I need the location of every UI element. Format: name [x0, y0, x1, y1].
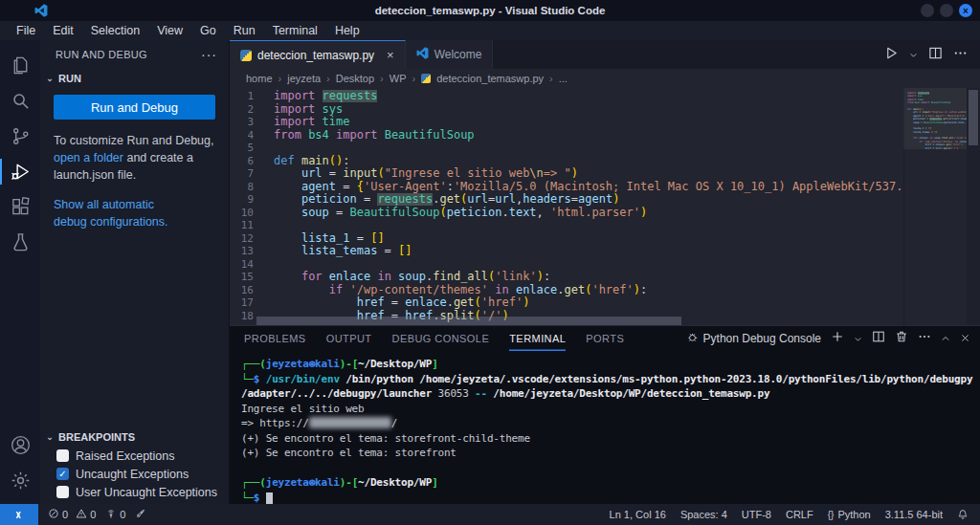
- terminal-line[interactable]: ┌──(jeyzeta⊛kali)-[~/Desktop/WP]: [241, 475, 980, 491]
- code-line[interactable]: 13 lista_temas = []: [230, 245, 903, 258]
- tab-welcome[interactable]: Welcome: [406, 40, 494, 69]
- breakpoint-item-user-uncaught-exceptions[interactable]: User Uncaught Exceptions: [40, 483, 229, 501]
- tab-deteccion-temaswp-py[interactable]: deteccion_temaswp.py×: [230, 40, 406, 69]
- menu-help[interactable]: Help: [326, 24, 368, 37]
- menu-file[interactable]: File: [8, 24, 44, 37]
- panel-tab-debug-console[interactable]: DEBUG CONSOLE: [392, 326, 490, 351]
- run-and-debug-icon[interactable]: [0, 154, 40, 189]
- terminal-line[interactable]: Ingrese el sitio web: [241, 402, 980, 417]
- close-tab-icon[interactable]: ×: [387, 48, 394, 62]
- code-lines[interactable]: 1import requests2import sys3import time4…: [230, 88, 903, 325]
- open-folder-link[interactable]: open a folder: [54, 151, 123, 164]
- run-python-file-icon[interactable]: [884, 46, 899, 64]
- code-line[interactable]: 12 lista_1 = []: [230, 232, 903, 246]
- terminal-line[interactable]: (+) Se encontro el tema: storefront-chil…: [241, 431, 980, 447]
- checkbox[interactable]: [56, 449, 69, 462]
- terminal-output[interactable]: ┌──(jeyzeta⊛kali)-[~/Desktop/WP]└─$ /usr…: [230, 351, 980, 504]
- breadcrumb-item-desktop[interactable]: Desktop: [336, 73, 374, 84]
- new-terminal-icon[interactable]: [831, 330, 844, 347]
- terminal-profile[interactable]: Python Debug Console: [686, 331, 821, 346]
- code-line[interactable]: 17 href = enlace.get('href'): [230, 296, 903, 310]
- account-icon[interactable]: [0, 427, 40, 463]
- breakpoint-item-raised-exceptions[interactable]: Raised Exceptions: [40, 447, 229, 465]
- code-line[interactable]: 14: [230, 258, 903, 272]
- terminal-line[interactable]: (+) Se encontro el tema: storefront: [241, 446, 980, 461]
- vertical-scrollbar[interactable]: [967, 88, 980, 325]
- settings-icon[interactable]: [0, 463, 40, 498]
- more-actions-icon[interactable]: [953, 46, 968, 64]
- terminal-line[interactable]: ┌──(jeyzeta⊛kali)-[~/Desktop/WP]: [241, 357, 980, 372]
- code-line[interactable]: 16 if '/wp-content/themes' in enlace.get…: [230, 284, 903, 297]
- code-line[interactable]: 10 soup = BeautifulSoup(peticion.text, '…: [230, 207, 903, 220]
- remote-indicator[interactable]: [0, 504, 38, 525]
- panel-tab-output[interactable]: OUTPUT: [326, 326, 372, 351]
- breadcrumb-item-wp[interactable]: WP: [390, 73, 407, 84]
- minimize-button[interactable]: [921, 4, 934, 17]
- code-line[interactable]: 3import time: [230, 116, 903, 129]
- code-line[interactable]: 1import requests: [230, 90, 903, 103]
- code-line[interactable]: 6def main():: [230, 155, 903, 168]
- ports-status[interactable]: 0: [105, 508, 125, 521]
- code-line[interactable]: 11: [230, 219, 903, 232]
- chevron-down-icon[interactable]: [854, 330, 862, 347]
- menu-selection[interactable]: Selection: [82, 24, 148, 37]
- code-line[interactable]: 5: [230, 142, 903, 155]
- close-panel-icon[interactable]: [960, 330, 970, 347]
- code-editor[interactable]: 1import requests2import sys3import time4…: [230, 88, 980, 325]
- code-line[interactable]: 4from bs4 import BeautifulSoup: [230, 129, 903, 142]
- launch-status[interactable]: [135, 508, 146, 521]
- breakpoint-item-uncaught-exceptions[interactable]: ✓Uncaught Exceptions: [40, 465, 229, 483]
- checkbox[interactable]: ✓: [56, 468, 69, 480]
- more-actions-icon[interactable]: ···: [201, 47, 217, 62]
- show-configs-link[interactable]: Show all automatic debug configurations.: [54, 196, 190, 230]
- breadcrumb-item-home[interactable]: home: [246, 73, 273, 84]
- breadcrumb[interactable]: home›jeyzeta›Desktop›WP›deteccion_temasw…: [230, 69, 980, 88]
- code-line[interactable]: 9 peticion = requests.get(url=url,header…: [230, 193, 903, 207]
- terminal-line[interactable]: => https://xxxxxxxxxxxx/: [241, 416, 980, 431]
- breadcrumb-item-jeyzeta[interactable]: jeyzeta: [287, 73, 321, 84]
- horizontal-scrollbar[interactable]: [256, 317, 681, 325]
- cursor-position[interactable]: Ln 1, Col 16: [610, 509, 666, 520]
- menu-go[interactable]: Go: [191, 24, 225, 37]
- checkbox[interactable]: [56, 486, 69, 498]
- testing-icon[interactable]: [0, 225, 40, 260]
- breakpoints-header[interactable]: ⌄ BREAKPOINTS: [40, 427, 229, 447]
- menu-view[interactable]: View: [148, 24, 191, 37]
- notifications-bell-icon[interactable]: [957, 509, 969, 520]
- terminal-line[interactable]: └─$ /usr/bin/env /bin/python /home/jeyze…: [241, 372, 980, 387]
- terminal-line[interactable]: [241, 461, 980, 476]
- split-editor-icon[interactable]: [928, 46, 943, 64]
- kill-terminal-icon[interactable]: [895, 330, 908, 347]
- panel-tab-terminal[interactable]: TERMINAL: [509, 326, 566, 351]
- code-line[interactable]: 15 for enlace in soup.find_all('link'):: [230, 271, 903, 284]
- run-section-header[interactable]: ⌄ RUN: [40, 69, 229, 88]
- chevron-down-icon[interactable]: [909, 46, 918, 63]
- run-and-debug-button[interactable]: Run and Debug: [54, 95, 215, 120]
- code-line[interactable]: 7 url = input("Ingrese el sitio web\n=> …: [230, 167, 903, 181]
- maximize-button[interactable]: [940, 4, 953, 17]
- breadcrumb-item-deteccion-temaswp-py[interactable]: deteccion_temaswp.py: [436, 73, 544, 84]
- more-actions-icon[interactable]: [918, 330, 931, 347]
- source-control-icon[interactable]: [0, 119, 40, 154]
- terminal-line[interactable]: /adapter/../../debugpy/launcher 36053 --…: [241, 386, 980, 402]
- panel-tab-ports[interactable]: PORTS: [586, 326, 624, 351]
- close-button[interactable]: ×: [959, 4, 972, 17]
- terminal-line[interactable]: └─$: [241, 491, 980, 505]
- breadcrumb-item-[interactable]: ...: [559, 73, 568, 84]
- code-line[interactable]: 8 agent = {'User-Agent':'Mozilla/5.0 (Ma…: [230, 181, 903, 194]
- encoding-status[interactable]: UTF-8: [742, 509, 771, 520]
- language-mode[interactable]: {} Python: [828, 509, 871, 520]
- search-icon[interactable]: [0, 83, 40, 119]
- eol-status[interactable]: CRLF: [786, 509, 813, 520]
- vertical-scrollbar-thumb[interactable]: [969, 90, 978, 145]
- problems-status[interactable]: 0 0: [48, 508, 96, 521]
- extensions-icon[interactable]: [0, 189, 40, 225]
- python-interpreter[interactable]: 3.11.5 64-bit: [885, 509, 943, 520]
- menu-edit[interactable]: Edit: [44, 24, 82, 37]
- panel-tab-problems[interactable]: PROBLEMS: [244, 326, 306, 351]
- explorer-icon[interactable]: [0, 48, 40, 83]
- code-line[interactable]: 2import sys: [230, 103, 903, 117]
- maximize-panel-icon[interactable]: [941, 330, 950, 347]
- minimap-slider[interactable]: [903, 88, 967, 149]
- menu-run[interactable]: Run: [225, 24, 264, 37]
